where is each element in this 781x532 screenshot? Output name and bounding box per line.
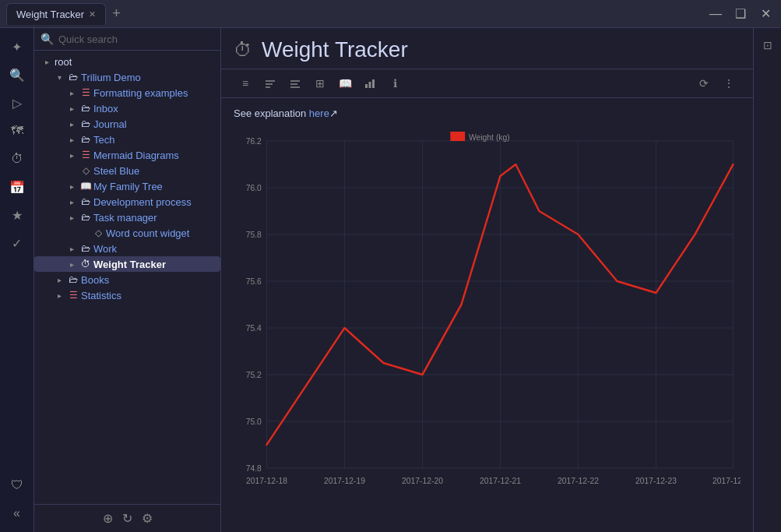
toolbar-btn-sliders[interactable]: ≡ <box>234 72 257 94</box>
tree-item-trilium[interactable]: ▾ 🗁 Trilium Demo <box>34 69 220 85</box>
toolbar-btn-up[interactable] <box>283 72 307 94</box>
tree-item-familytree[interactable]: ▸ 📖 My Family Tree <box>34 178 220 194</box>
explanation-link[interactable]: here <box>309 107 329 119</box>
expand-work[interactable]: ▸ <box>65 242 78 255</box>
toolbar-btn-history[interactable]: ⟳ <box>692 72 716 94</box>
close-button[interactable]: ✕ <box>756 5 775 23</box>
svg-text:74.8: 74.8 <box>246 463 262 473</box>
svg-text:2017-12-21: 2017-12-21 <box>480 476 521 485</box>
expand-inbox[interactable]: ▸ <box>65 102 78 115</box>
folder-icon-books: 🗁 <box>67 273 79 286</box>
expand-formatting[interactable]: ▸ <box>65 86 78 99</box>
note-title: Weight Tracker <box>262 37 408 62</box>
maximize-button[interactable]: ❑ <box>731 5 750 23</box>
svg-text:2017-12-24: 2017-12-24 <box>712 476 741 485</box>
item-label-taskmanager: Task manager <box>93 212 157 224</box>
toolbar-btn-grid[interactable]: ⊞ <box>308 72 332 94</box>
code-icon-steelblue: ◇ <box>79 164 92 177</box>
right-panel: ⊡ <box>753 28 781 532</box>
toolbar-btn-more[interactable]: ⋮ <box>717 72 741 94</box>
weight-chart: .grid-line { stroke: #3a3a5c; stroke-wid… <box>234 125 741 499</box>
expand-root[interactable]: ▸ <box>40 55 53 68</box>
tree-item-statistics[interactable]: ▸ ☰ Statistics <box>34 287 220 303</box>
shield-icon[interactable]: 🛡 <box>5 473 30 498</box>
tree-item-formatting[interactable]: ▸ ☰ Formatting examples <box>34 85 220 100</box>
tree-item-books[interactable]: ▸ 🗁 Books <box>34 272 220 287</box>
minimize-button[interactable]: — <box>706 5 725 23</box>
explanation-text: See explanation here↗ <box>234 107 741 119</box>
search-input[interactable] <box>58 33 214 45</box>
calendar-icon[interactable]: 📅 <box>5 174 30 199</box>
expand-journal[interactable]: ▸ <box>65 118 78 130</box>
tree-item-tech[interactable]: ▸ 🗁 Tech <box>34 132 220 147</box>
expand-familytree[interactable]: ▸ <box>65 180 78 192</box>
logo-icon[interactable]: ✦ <box>5 34 30 59</box>
tree-item-root[interactable]: ▸ root <box>34 54 220 69</box>
map-icon[interactable]: 🗺 <box>5 118 30 143</box>
item-label-root: root <box>55 56 72 68</box>
expand-mermaid[interactable]: ▸ <box>65 149 78 161</box>
content-area: ⏱ Weight Tracker ≡ ⊞ 📖 ℹ <box>221 28 753 532</box>
svg-text:76.2: 76.2 <box>246 136 262 146</box>
svg-text:Weight (kg): Weight (kg) <box>469 132 510 142</box>
star-icon[interactable]: ★ <box>5 203 30 227</box>
tree-item-wordcount[interactable]: ▸ ◇ Word count widget <box>34 225 220 241</box>
toolbar: ≡ ⊞ 📖 ℹ ⟳ ⋮ <box>221 69 753 98</box>
folder-icon-journal: 🗁 <box>79 118 92 130</box>
tree-item-steelblue[interactable]: ▸ ◇ Steel Blue <box>34 163 220 178</box>
expand-taskmanager[interactable]: ▸ <box>65 211 78 224</box>
svg-text:2017-12-18: 2017-12-18 <box>246 476 287 485</box>
icon-rail: ✦ 🔍 ▷ 🗺 ⏱ 📅 ★ ✓ 🛡 « <box>0 28 34 532</box>
settings-icon[interactable]: ⚙ <box>142 511 153 526</box>
item-label-journal: Journal <box>93 118 127 130</box>
sync-icon[interactable]: ↻ <box>122 511 132 526</box>
svg-text:2017-12-20: 2017-12-20 <box>402 476 443 485</box>
tree-footer: ⊕ ↻ ⚙ <box>34 504 220 532</box>
svg-rect-6 <box>365 84 368 88</box>
folder-icon-work: 🗁 <box>79 242 92 255</box>
explanation-arrow: ↗ <box>329 107 338 119</box>
new-tab-button[interactable]: + <box>106 5 127 22</box>
toolbar-btn-book[interactable]: 📖 <box>333 72 357 94</box>
send-icon[interactable]: ▷ <box>5 90 30 115</box>
tree-item-work[interactable]: ▸ 🗁 Work <box>34 241 220 256</box>
doc-icon-statistics: ☰ <box>67 289 79 301</box>
item-label-steelblue: Steel Blue <box>93 165 139 177</box>
toolbar-btn-down[interactable] <box>259 72 282 94</box>
svg-rect-7 <box>369 82 371 88</box>
chart-icon-weighttracker: ⏱ <box>79 258 92 270</box>
collapse-icon[interactable]: « <box>5 501 30 526</box>
note-title-icon: ⏱ <box>234 39 252 61</box>
code-icon-wordcount: ◇ <box>92 227 104 239</box>
right-panel-icon[interactable]: ⊡ <box>757 34 779 56</box>
expand-statistics[interactable]: ▸ <box>53 289 65 301</box>
clock-icon[interactable]: ⏱ <box>5 146 30 171</box>
folder-icon-inbox: 🗁 <box>79 102 92 115</box>
tree-item-journal[interactable]: ▸ 🗁 Journal <box>34 116 220 132</box>
expand-trilium[interactable]: ▾ <box>53 71 65 83</box>
toolbar-btn-info[interactable]: ℹ <box>383 72 406 94</box>
item-label-statistics: Statistics <box>81 290 121 301</box>
item-label-formatting: Formatting examples <box>93 87 188 99</box>
tab-close-button[interactable]: ✕ <box>89 9 96 19</box>
check-icon[interactable]: ✓ <box>5 231 30 255</box>
expand-tech[interactable]: ▸ <box>65 133 78 146</box>
svg-text:2017-12-23: 2017-12-23 <box>635 476 677 485</box>
tree-item-mermaid[interactable]: ▸ ☰ Mermaid Diagrams <box>34 147 220 163</box>
tree-item-devprocess[interactable]: ▸ 🗁 Development process <box>34 194 220 210</box>
folder-icon-tech: 🗁 <box>79 133 92 146</box>
active-tab[interactable]: Weight Tracker ✕ <box>6 3 106 25</box>
search-bar: 🔍 <box>34 28 220 51</box>
tree-item-taskmanager[interactable]: ▸ 🗁 Task manager <box>34 210 220 225</box>
layers-icon[interactable]: ⊕ <box>103 511 113 526</box>
expand-devprocess[interactable]: ▸ <box>65 196 78 208</box>
toolbar-btn-chart[interactable] <box>358 72 382 94</box>
toolbar-right: ⟳ ⋮ <box>692 72 741 94</box>
doc-icon-devprocess: 🗁 <box>79 196 92 208</box>
svg-rect-39 <box>450 132 465 141</box>
search-rail-icon[interactable]: 🔍 <box>5 62 30 87</box>
expand-books[interactable]: ▸ <box>53 273 65 286</box>
tree-item-weighttracker[interactable]: ▸ ⏱ Weight Tracker <box>34 256 220 272</box>
tree-item-inbox[interactable]: ▸ 🗁 Inbox <box>34 100 220 116</box>
expand-weighttracker[interactable]: ▸ <box>65 258 78 270</box>
